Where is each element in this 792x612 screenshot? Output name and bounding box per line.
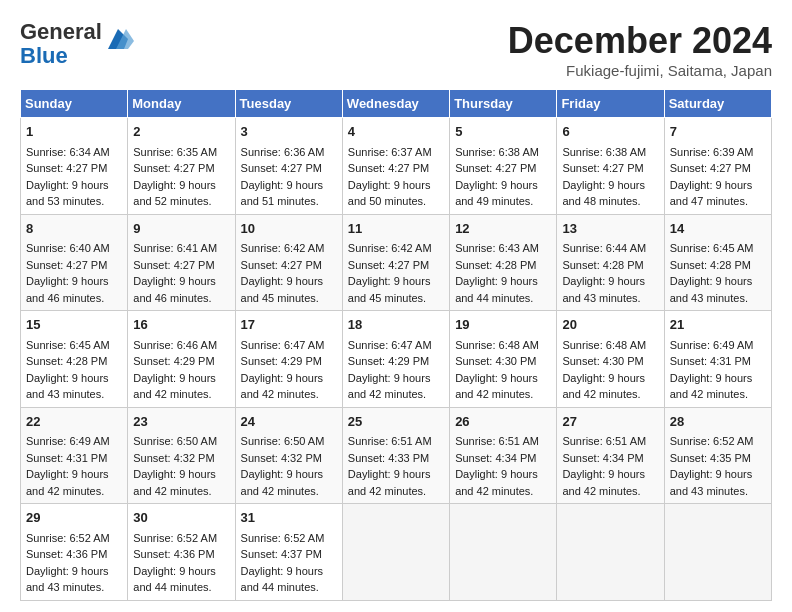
column-header-tuesday: Tuesday (235, 90, 342, 118)
day-number: 21 (670, 315, 766, 335)
calendar-week-1: 1Sunrise: 6:34 AMSunset: 4:27 PMDaylight… (21, 118, 772, 215)
logo-icon (98, 21, 134, 57)
day-number: 14 (670, 219, 766, 239)
day-number: 17 (241, 315, 337, 335)
day-number: 15 (26, 315, 122, 335)
day-number: 19 (455, 315, 551, 335)
calendar-cell: 28Sunrise: 6:52 AMSunset: 4:35 PMDayligh… (664, 407, 771, 504)
calendar-cell: 24Sunrise: 6:50 AMSunset: 4:32 PMDayligh… (235, 407, 342, 504)
column-header-saturday: Saturday (664, 90, 771, 118)
day-number: 28 (670, 412, 766, 432)
calendar-cell: 17Sunrise: 6:47 AMSunset: 4:29 PMDayligh… (235, 311, 342, 408)
calendar-cell: 2Sunrise: 6:35 AMSunset: 4:27 PMDaylight… (128, 118, 235, 215)
calendar-cell: 14Sunrise: 6:45 AMSunset: 4:28 PMDayligh… (664, 214, 771, 311)
month-year: December 2024 (508, 20, 772, 62)
day-number: 30 (133, 508, 229, 528)
calendar-cell: 19Sunrise: 6:48 AMSunset: 4:30 PMDayligh… (450, 311, 557, 408)
calendar-cell: 15Sunrise: 6:45 AMSunset: 4:28 PMDayligh… (21, 311, 128, 408)
day-number: 5 (455, 122, 551, 142)
calendar-cell: 3Sunrise: 6:36 AMSunset: 4:27 PMDaylight… (235, 118, 342, 215)
day-number: 11 (348, 219, 444, 239)
calendar-cell: 4Sunrise: 6:37 AMSunset: 4:27 PMDaylight… (342, 118, 449, 215)
calendar-cell (557, 504, 664, 601)
calendar-week-2: 8Sunrise: 6:40 AMSunset: 4:27 PMDaylight… (21, 214, 772, 311)
calendar-cell: 8Sunrise: 6:40 AMSunset: 4:27 PMDaylight… (21, 214, 128, 311)
day-number: 26 (455, 412, 551, 432)
calendar-header-row: SundayMondayTuesdayWednesdayThursdayFrid… (21, 90, 772, 118)
calendar-cell: 13Sunrise: 6:44 AMSunset: 4:28 PMDayligh… (557, 214, 664, 311)
calendar-cell (450, 504, 557, 601)
column-header-sunday: Sunday (21, 90, 128, 118)
column-header-monday: Monday (128, 90, 235, 118)
calendar-cell: 18Sunrise: 6:47 AMSunset: 4:29 PMDayligh… (342, 311, 449, 408)
calendar-cell: 5Sunrise: 6:38 AMSunset: 4:27 PMDaylight… (450, 118, 557, 215)
day-number: 25 (348, 412, 444, 432)
calendar-cell (664, 504, 771, 601)
day-number: 10 (241, 219, 337, 239)
day-number: 13 (562, 219, 658, 239)
calendar-cell: 21Sunrise: 6:49 AMSunset: 4:31 PMDayligh… (664, 311, 771, 408)
day-number: 31 (241, 508, 337, 528)
header: GeneralBlue December 2024 Fukiage-fujimi… (20, 20, 772, 79)
day-number: 3 (241, 122, 337, 142)
calendar-cell: 30Sunrise: 6:52 AMSunset: 4:36 PMDayligh… (128, 504, 235, 601)
calendar-cell: 9Sunrise: 6:41 AMSunset: 4:27 PMDaylight… (128, 214, 235, 311)
day-number: 20 (562, 315, 658, 335)
day-number: 1 (26, 122, 122, 142)
day-number: 16 (133, 315, 229, 335)
calendar-cell: 31Sunrise: 6:52 AMSunset: 4:37 PMDayligh… (235, 504, 342, 601)
calendar-cell: 25Sunrise: 6:51 AMSunset: 4:33 PMDayligh… (342, 407, 449, 504)
calendar-week-4: 22Sunrise: 6:49 AMSunset: 4:31 PMDayligh… (21, 407, 772, 504)
column-header-thursday: Thursday (450, 90, 557, 118)
calendar-cell: 26Sunrise: 6:51 AMSunset: 4:34 PMDayligh… (450, 407, 557, 504)
calendar-table: SundayMondayTuesdayWednesdayThursdayFrid… (20, 89, 772, 601)
day-number: 22 (26, 412, 122, 432)
location: Fukiage-fujimi, Saitama, Japan (508, 62, 772, 79)
calendar-cell: 29Sunrise: 6:52 AMSunset: 4:36 PMDayligh… (21, 504, 128, 601)
day-number: 12 (455, 219, 551, 239)
day-number: 8 (26, 219, 122, 239)
day-number: 27 (562, 412, 658, 432)
day-number: 18 (348, 315, 444, 335)
day-number: 2 (133, 122, 229, 142)
calendar-cell: 27Sunrise: 6:51 AMSunset: 4:34 PMDayligh… (557, 407, 664, 504)
day-number: 9 (133, 219, 229, 239)
calendar-cell: 6Sunrise: 6:38 AMSunset: 4:27 PMDaylight… (557, 118, 664, 215)
column-header-friday: Friday (557, 90, 664, 118)
logo: GeneralBlue (20, 20, 134, 68)
calendar-cell: 7Sunrise: 6:39 AMSunset: 4:27 PMDaylight… (664, 118, 771, 215)
calendar-cell: 11Sunrise: 6:42 AMSunset: 4:27 PMDayligh… (342, 214, 449, 311)
day-number: 4 (348, 122, 444, 142)
calendar-body: 1Sunrise: 6:34 AMSunset: 4:27 PMDaylight… (21, 118, 772, 601)
day-number: 6 (562, 122, 658, 142)
calendar-cell: 1Sunrise: 6:34 AMSunset: 4:27 PMDaylight… (21, 118, 128, 215)
column-header-wednesday: Wednesday (342, 90, 449, 118)
day-number: 24 (241, 412, 337, 432)
title-area: December 2024 Fukiage-fujimi, Saitama, J… (508, 20, 772, 79)
calendar-cell: 22Sunrise: 6:49 AMSunset: 4:31 PMDayligh… (21, 407, 128, 504)
day-number: 23 (133, 412, 229, 432)
calendar-cell: 12Sunrise: 6:43 AMSunset: 4:28 PMDayligh… (450, 214, 557, 311)
calendar-cell: 16Sunrise: 6:46 AMSunset: 4:29 PMDayligh… (128, 311, 235, 408)
calendar-cell: 23Sunrise: 6:50 AMSunset: 4:32 PMDayligh… (128, 407, 235, 504)
calendar-week-3: 15Sunrise: 6:45 AMSunset: 4:28 PMDayligh… (21, 311, 772, 408)
day-number: 29 (26, 508, 122, 528)
calendar-cell: 20Sunrise: 6:48 AMSunset: 4:30 PMDayligh… (557, 311, 664, 408)
logo-text: GeneralBlue (20, 20, 102, 68)
calendar-cell: 10Sunrise: 6:42 AMSunset: 4:27 PMDayligh… (235, 214, 342, 311)
calendar-cell (342, 504, 449, 601)
day-number: 7 (670, 122, 766, 142)
calendar-week-5: 29Sunrise: 6:52 AMSunset: 4:36 PMDayligh… (21, 504, 772, 601)
